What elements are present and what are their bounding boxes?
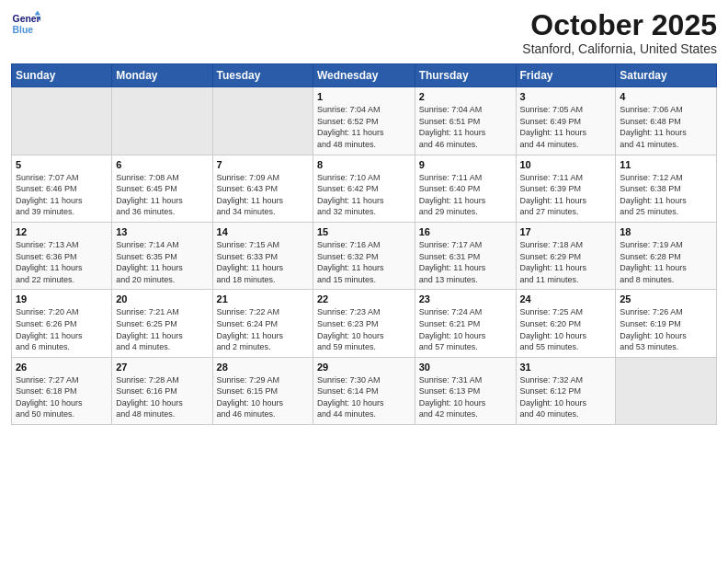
day-number: 13: [116, 226, 208, 237]
table-row: 5Sunrise: 7:07 AM Sunset: 6:46 PM Daylig…: [12, 155, 112, 222]
week-row-0: 1Sunrise: 7:04 AM Sunset: 6:52 PM Daylig…: [12, 87, 717, 155]
day-number: 25: [620, 293, 712, 304]
day-number: 9: [419, 159, 512, 170]
location: Stanford, California, United States: [522, 41, 717, 56]
table-row: 3Sunrise: 7:05 AM Sunset: 6:49 PM Daylig…: [516, 87, 616, 155]
day-info: Sunrise: 7:29 AM Sunset: 6:15 PM Dayligh…: [217, 374, 309, 420]
day-number: 28: [217, 362, 309, 373]
day-info: Sunrise: 7:31 AM Sunset: 6:13 PM Dayligh…: [419, 374, 512, 420]
week-row-1: 5Sunrise: 7:07 AM Sunset: 6:46 PM Daylig…: [12, 155, 717, 222]
table-row: 27Sunrise: 7:28 AM Sunset: 6:16 PM Dayli…: [112, 357, 212, 424]
week-row-2: 12Sunrise: 7:13 AM Sunset: 6:36 PM Dayli…: [12, 222, 717, 289]
day-number: 14: [217, 226, 309, 237]
table-row: 22Sunrise: 7:23 AM Sunset: 6:23 PM Dayli…: [313, 290, 415, 357]
svg-text:Blue: Blue: [13, 25, 34, 35]
day-number: 12: [16, 226, 108, 237]
day-number: 3: [520, 91, 612, 102]
day-number: 1: [317, 91, 411, 102]
day-number: 21: [217, 293, 309, 304]
svg-text:General: General: [13, 14, 40, 24]
table-row: 8Sunrise: 7:10 AM Sunset: 6:42 PM Daylig…: [313, 155, 415, 222]
page-container: General Blue October 2025 Stanford, Cali…: [0, 0, 728, 563]
table-row: [12, 87, 112, 155]
header-thursday: Thursday: [415, 64, 516, 87]
header-friday: Friday: [516, 64, 616, 87]
day-info: Sunrise: 7:13 AM Sunset: 6:36 PM Dayligh…: [16, 239, 108, 285]
day-info: Sunrise: 7:05 AM Sunset: 6:49 PM Dayligh…: [520, 104, 612, 150]
day-number: 17: [520, 226, 612, 237]
week-row-3: 19Sunrise: 7:20 AM Sunset: 6:26 PM Dayli…: [12, 290, 717, 357]
table-row: 4Sunrise: 7:06 AM Sunset: 6:48 PM Daylig…: [616, 87, 717, 155]
day-number: 26: [16, 362, 108, 373]
day-number: 7: [217, 159, 309, 170]
day-info: Sunrise: 7:22 AM Sunset: 6:24 PM Dayligh…: [217, 306, 309, 352]
day-info: Sunrise: 7:27 AM Sunset: 6:18 PM Dayligh…: [16, 374, 108, 420]
table-row: 1Sunrise: 7:04 AM Sunset: 6:52 PM Daylig…: [313, 87, 415, 155]
day-number: 8: [317, 159, 411, 170]
table-row: 7Sunrise: 7:09 AM Sunset: 6:43 PM Daylig…: [212, 155, 313, 222]
table-row: 24Sunrise: 7:25 AM Sunset: 6:20 PM Dayli…: [516, 290, 616, 357]
day-info: Sunrise: 7:20 AM Sunset: 6:26 PM Dayligh…: [16, 306, 108, 352]
day-number: 5: [16, 159, 108, 170]
day-info: Sunrise: 7:30 AM Sunset: 6:14 PM Dayligh…: [317, 374, 411, 420]
day-number: 23: [419, 293, 512, 304]
day-info: Sunrise: 7:04 AM Sunset: 6:51 PM Dayligh…: [419, 104, 512, 150]
calendar-header-row: Sunday Monday Tuesday Wednesday Thursday…: [12, 64, 717, 87]
week-row-4: 26Sunrise: 7:27 AM Sunset: 6:18 PM Dayli…: [12, 357, 717, 424]
day-info: Sunrise: 7:08 AM Sunset: 6:45 PM Dayligh…: [116, 172, 208, 218]
table-row: 30Sunrise: 7:31 AM Sunset: 6:13 PM Dayli…: [415, 357, 516, 424]
day-number: 18: [620, 226, 712, 237]
table-row: 2Sunrise: 7:04 AM Sunset: 6:51 PM Daylig…: [415, 87, 516, 155]
header: General Blue October 2025 Stanford, Cali…: [11, 9, 717, 56]
table-row: [212, 87, 313, 155]
table-row: 25Sunrise: 7:26 AM Sunset: 6:19 PM Dayli…: [616, 290, 717, 357]
day-number: 20: [116, 293, 208, 304]
day-info: Sunrise: 7:32 AM Sunset: 6:12 PM Dayligh…: [520, 374, 612, 420]
table-row: 23Sunrise: 7:24 AM Sunset: 6:21 PM Dayli…: [415, 290, 516, 357]
table-row: 17Sunrise: 7:18 AM Sunset: 6:29 PM Dayli…: [516, 222, 616, 289]
title-section: October 2025 Stanford, California, Unite…: [522, 9, 717, 56]
table-row: 10Sunrise: 7:11 AM Sunset: 6:39 PM Dayli…: [516, 155, 616, 222]
day-info: Sunrise: 7:23 AM Sunset: 6:23 PM Dayligh…: [317, 306, 411, 352]
day-info: Sunrise: 7:17 AM Sunset: 6:31 PM Dayligh…: [419, 239, 512, 285]
table-row: 6Sunrise: 7:08 AM Sunset: 6:45 PM Daylig…: [112, 155, 212, 222]
table-row: 19Sunrise: 7:20 AM Sunset: 6:26 PM Dayli…: [12, 290, 112, 357]
day-info: Sunrise: 7:11 AM Sunset: 6:39 PM Dayligh…: [520, 172, 612, 218]
day-info: Sunrise: 7:24 AM Sunset: 6:21 PM Dayligh…: [419, 306, 512, 352]
day-number: 24: [520, 293, 612, 304]
day-info: Sunrise: 7:06 AM Sunset: 6:48 PM Dayligh…: [620, 104, 712, 150]
day-info: Sunrise: 7:25 AM Sunset: 6:20 PM Dayligh…: [520, 306, 612, 352]
table-row: 20Sunrise: 7:21 AM Sunset: 6:25 PM Dayli…: [112, 290, 212, 357]
day-number: 11: [620, 159, 712, 170]
day-info: Sunrise: 7:16 AM Sunset: 6:32 PM Dayligh…: [317, 239, 411, 285]
table-row: 29Sunrise: 7:30 AM Sunset: 6:14 PM Dayli…: [313, 357, 415, 424]
day-number: 15: [317, 226, 411, 237]
header-tuesday: Tuesday: [212, 64, 313, 87]
header-wednesday: Wednesday: [313, 64, 415, 87]
day-info: Sunrise: 7:10 AM Sunset: 6:42 PM Dayligh…: [317, 172, 411, 218]
table-row: 14Sunrise: 7:15 AM Sunset: 6:33 PM Dayli…: [212, 222, 313, 289]
day-number: 19: [16, 293, 108, 304]
table-row: 18Sunrise: 7:19 AM Sunset: 6:28 PM Dayli…: [616, 222, 717, 289]
table-row: 11Sunrise: 7:12 AM Sunset: 6:38 PM Dayli…: [616, 155, 717, 222]
day-number: 2: [419, 91, 512, 102]
calendar-table: Sunday Monday Tuesday Wednesday Thursday…: [11, 63, 717, 425]
day-info: Sunrise: 7:09 AM Sunset: 6:43 PM Dayligh…: [217, 172, 309, 218]
day-number: 31: [520, 362, 612, 373]
day-info: Sunrise: 7:19 AM Sunset: 6:28 PM Dayligh…: [620, 239, 712, 285]
day-info: Sunrise: 7:04 AM Sunset: 6:52 PM Dayligh…: [317, 104, 411, 150]
month-title: October 2025: [522, 9, 717, 41]
day-info: Sunrise: 7:26 AM Sunset: 6:19 PM Dayligh…: [620, 306, 712, 352]
logo: General Blue: [11, 9, 40, 39]
logo-icon: General Blue: [11, 9, 40, 39]
table-row: 9Sunrise: 7:11 AM Sunset: 6:40 PM Daylig…: [415, 155, 516, 222]
day-info: Sunrise: 7:11 AM Sunset: 6:40 PM Dayligh…: [419, 172, 512, 218]
day-number: 4: [620, 91, 712, 102]
day-info: Sunrise: 7:18 AM Sunset: 6:29 PM Dayligh…: [520, 239, 612, 285]
table-row: 26Sunrise: 7:27 AM Sunset: 6:18 PM Dayli…: [12, 357, 112, 424]
table-row: 13Sunrise: 7:14 AM Sunset: 6:35 PM Dayli…: [112, 222, 212, 289]
table-row: 12Sunrise: 7:13 AM Sunset: 6:36 PM Dayli…: [12, 222, 112, 289]
table-row: 28Sunrise: 7:29 AM Sunset: 6:15 PM Dayli…: [212, 357, 313, 424]
day-info: Sunrise: 7:15 AM Sunset: 6:33 PM Dayligh…: [217, 239, 309, 285]
table-row: 15Sunrise: 7:16 AM Sunset: 6:32 PM Dayli…: [313, 222, 415, 289]
